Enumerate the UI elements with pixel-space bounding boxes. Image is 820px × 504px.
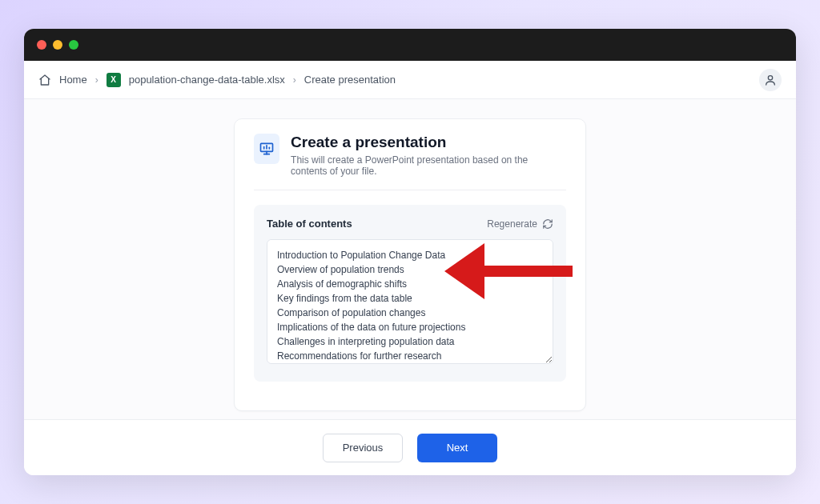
- chevron-right-icon: ›: [95, 74, 98, 86]
- user-avatar[interactable]: [759, 69, 782, 91]
- svg-point-0: [768, 75, 772, 79]
- window-zoom-dot[interactable]: [69, 40, 78, 50]
- card-subtitle: This will create a PowerPoint presentati…: [291, 154, 566, 177]
- chevron-right-icon: ›: [293, 74, 296, 86]
- breadcrumb-home[interactable]: Home: [59, 74, 87, 86]
- toc-panel: Table of contents Regenerate: [254, 205, 566, 382]
- refresh-icon: [542, 218, 553, 230]
- content-area: Create a presentation This will create a…: [24, 99, 796, 419]
- breadcrumb-file[interactable]: population-change-data-table.xlsx: [129, 74, 285, 86]
- window-minimize-dot[interactable]: [53, 40, 62, 50]
- toc-label: Table of contents: [267, 218, 352, 230]
- regenerate-label: Regenerate: [487, 218, 537, 230]
- presentation-icon: [254, 134, 279, 164]
- home-icon: [38, 74, 51, 86]
- divider: [254, 190, 566, 190]
- footer: Previous Next: [24, 419, 796, 475]
- toc-textarea[interactable]: [267, 239, 553, 364]
- create-presentation-card: Create a presentation This will create a…: [234, 118, 586, 411]
- app-window: Home › X population-change-data-table.xl…: [24, 29, 796, 475]
- card-header: Create a presentation This will create a…: [254, 134, 566, 190]
- next-button[interactable]: Next: [417, 434, 497, 462]
- window-close-dot[interactable]: [37, 40, 46, 50]
- breadcrumb: Home › X population-change-data-table.xl…: [24, 61, 796, 99]
- excel-file-icon: X: [107, 73, 121, 87]
- card-title: Create a presentation: [291, 134, 566, 151]
- titlebar: [24, 29, 796, 61]
- breadcrumb-current: Create presentation: [304, 74, 396, 86]
- regenerate-button[interactable]: Regenerate: [487, 218, 553, 230]
- previous-button[interactable]: Previous: [323, 434, 403, 462]
